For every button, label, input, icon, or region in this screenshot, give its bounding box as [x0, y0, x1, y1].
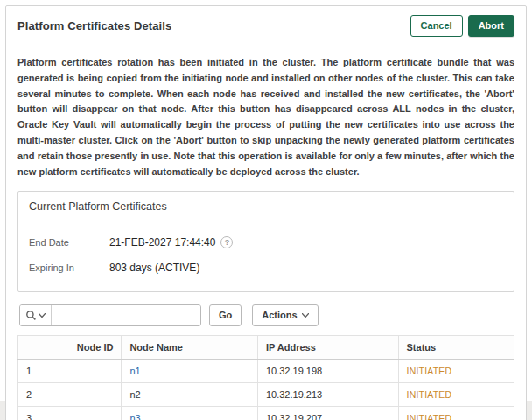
- cell-ip-address: 10.32.19.198: [257, 359, 398, 382]
- expiring-in-label: Expiring In: [29, 262, 109, 273]
- status-text: INITIATED: [407, 389, 452, 400]
- cell-node-id: 2: [18, 382, 122, 406]
- status-text: INITIATED: [407, 413, 452, 420]
- actions-button-label: Actions: [262, 310, 297, 320]
- chevron-down-icon: [38, 313, 46, 318]
- cell-ip-address: 10.32.19.207: [257, 406, 398, 420]
- cell-node-id: 1: [18, 359, 122, 382]
- table-row: 2 n2 10.32.19.213 INITIATED: [18, 382, 514, 406]
- cancel-button[interactable]: Cancel: [410, 15, 463, 37]
- column-header-ip-address[interactable]: IP Address: [257, 335, 398, 359]
- region-title: Current Platform Certificates: [18, 192, 514, 221]
- cell-node-id: 3: [18, 406, 122, 420]
- nodes-table: Node ID Node Name IP Address Status 1 n1…: [18, 335, 514, 420]
- search-input[interactable]: [52, 305, 200, 326]
- magnifier-icon: [25, 310, 37, 321]
- actions-button[interactable]: Actions: [252, 304, 318, 326]
- expiring-in-field: Expiring In 803 days (ACTIVE): [29, 256, 503, 281]
- column-header-status[interactable]: Status: [398, 335, 514, 359]
- column-header-node-id[interactable]: Node ID: [18, 335, 122, 359]
- end-date-field: End Date 21-FEB-2027 17:44:40 ?: [29, 230, 503, 256]
- region-body: End Date 21-FEB-2027 17:44:40 ? Expiring…: [18, 221, 514, 291]
- cell-ip-address: 10.32.19.213: [257, 382, 398, 406]
- table-header-row: Node ID Node Name IP Address Status: [18, 335, 514, 359]
- header-buttons: Cancel Abort: [410, 15, 514, 37]
- current-platform-certificates-region: Current Platform Certificates End Date 2…: [18, 191, 514, 292]
- search-group: [19, 304, 201, 326]
- end-date-label: End Date: [29, 237, 109, 248]
- report-toolbar: Go Actions: [19, 304, 514, 326]
- end-date-value: 21-FEB-2027 17:44:40: [109, 236, 215, 248]
- table-row: 1 n1 10.32.19.198 INITIATED: [18, 359, 514, 382]
- column-header-node-name[interactable]: Node Name: [122, 335, 258, 359]
- search-column-dropdown-button[interactable]: [20, 305, 52, 326]
- node-name-link[interactable]: n3: [130, 413, 140, 420]
- expiring-in-value: 803 days (ACTIVE): [109, 262, 200, 274]
- help-icon[interactable]: ?: [220, 236, 233, 248]
- node-name-text: n2: [130, 389, 140, 400]
- table-row: 3 n3 10.32.19.207 INITIATED: [18, 406, 514, 420]
- description-text: Platform certificates rotation has been …: [18, 55, 514, 180]
- page-header: Platform Certificates Details Cancel Abo…: [18, 15, 514, 46]
- node-name-link[interactable]: n1: [130, 366, 140, 376]
- abort-button[interactable]: Abort: [468, 15, 514, 37]
- status-text: INITIATED: [407, 366, 452, 376]
- page-title: Platform Certificates Details: [18, 19, 172, 32]
- chevron-down-icon: [302, 313, 309, 318]
- go-button[interactable]: Go: [209, 304, 242, 326]
- platform-certificates-details-page: Platform Certificates Details Cancel Abo…: [5, 5, 527, 420]
